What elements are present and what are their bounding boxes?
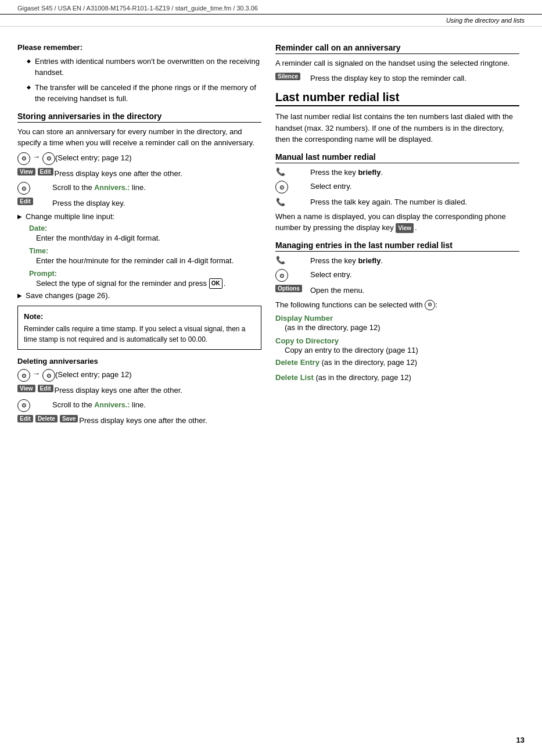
ok-badge: OK xyxy=(209,278,222,289)
tri-icon-2: ▶ xyxy=(17,292,22,299)
manual-step1-text: Press the key briefly. xyxy=(310,167,519,178)
view-badge-2: View xyxy=(17,385,35,392)
nav-icon-2: ⊙ xyxy=(42,152,55,165)
storing-step1-icon: ⊙ → ⊙ xyxy=(17,152,55,165)
managing-step1-text: Press the key briefly. xyxy=(310,255,519,267)
manual-step2-icon: ⊙ xyxy=(275,181,310,194)
options-badge: Options xyxy=(275,285,302,292)
manual-view-desc: When a name is displayed, you can displa… xyxy=(275,211,519,234)
manual-step1-icon: 📞 xyxy=(275,167,310,177)
please-remember-heading: Please remember: xyxy=(17,42,261,53)
page-container: Gigaset S45 / USA EN / A31008-M1754-R101… xyxy=(0,0,542,756)
nav-icon-3: ⊙ xyxy=(17,182,30,195)
deleting-step2: View Edit Press display keys one after t… xyxy=(17,385,261,396)
deleting-step2-text: Press display keys one after the other. xyxy=(55,385,262,396)
annivers-label: Annivers.: xyxy=(94,184,130,192)
note-text: Reminder calls require a time stamp. If … xyxy=(24,324,255,345)
silence-row: Silence Press the display key to stop th… xyxy=(275,73,519,84)
storing-step3: ⊙ Scroll to the Annivers.: line. xyxy=(17,182,261,195)
note-box: Note: Reminder calls require a time stam… xyxy=(17,306,261,350)
page-number: 13 xyxy=(516,736,525,744)
view-badge: View xyxy=(17,168,35,175)
storing-step4: Edit Press the display key. xyxy=(17,198,261,209)
storing-step3-icon: ⊙ xyxy=(17,182,52,195)
fn4-label: Delete List xyxy=(275,373,314,382)
managing-step2: ⊙ Select entry. xyxy=(275,269,519,282)
save-step: ▶ Save changes (page 26). xyxy=(17,291,261,300)
deleting-step1-icon: ⊙ → ⊙ xyxy=(17,369,55,382)
header-left: Gigaset S45 / USA EN / A31008-M1754-R101… xyxy=(17,5,258,12)
fn3-row: Delete Entry (as in the directory, page … xyxy=(275,357,519,368)
delete-badge: Delete xyxy=(35,415,58,422)
save-step-text: Save changes (page 26). xyxy=(26,291,110,300)
time-desc: Enter the hour/minute for the reminder c… xyxy=(29,256,261,266)
fn2-label: Copy to Directory xyxy=(275,336,519,345)
talk-key-icon: 📞 xyxy=(275,167,286,177)
please-remember-item-1: Entries with identical numbers won't be … xyxy=(27,56,261,78)
managing-step1-icon: 📞 xyxy=(275,255,310,266)
fn3-desc: (as in the directory, page 12) xyxy=(322,358,418,367)
nav-icon-7: ⊙ xyxy=(275,181,288,194)
storing-step1-text: (Select entry; page 12) xyxy=(55,152,261,164)
manual-step3-icon: 📞 xyxy=(275,196,310,207)
running-title: Using the directory and lists xyxy=(446,17,525,24)
manual-step2-text: Select entry. xyxy=(310,181,519,192)
last-number-heading: Last number redial list xyxy=(275,91,519,106)
nav-icon-inline: ⊙ xyxy=(425,300,435,310)
fn3-label: Delete Entry xyxy=(275,358,320,367)
deleting-step3-text: Scroll to the Annivers.: line. xyxy=(52,399,261,411)
deleting-step3-icon: ⊙ xyxy=(17,399,52,412)
deleting-heading: Deleting anniversaries xyxy=(17,356,261,367)
please-remember-item-2: The transfer will be canceled if the pho… xyxy=(27,82,261,105)
edit-badge-4: Edit xyxy=(17,415,33,422)
deleting-step2-icon: View Edit xyxy=(17,385,55,392)
arrow-2: → xyxy=(33,369,40,378)
annivers-label-2: Annivers.: xyxy=(94,401,130,409)
date-desc: Enter the month/day in 4-digit format. xyxy=(29,233,261,243)
storing-step4-text: Press the display key. xyxy=(52,198,261,209)
storing-step2-icon: View Edit xyxy=(17,168,55,175)
manual-step1: 📞 Press the key briefly. xyxy=(275,167,519,178)
reminder-heading: Reminder call on an anniversary xyxy=(275,43,519,54)
storing-heading: Storing anniversaries in the directory xyxy=(17,112,261,123)
section-header-bar: Using the directory and lists xyxy=(0,15,542,27)
time-label: Time: xyxy=(29,247,261,255)
edit-badge-3: Edit xyxy=(38,385,53,392)
managing-step2-icon: ⊙ xyxy=(275,269,310,282)
storing-step2: View Edit Press display keys one after t… xyxy=(17,168,261,180)
save-badge: Save xyxy=(60,415,78,422)
talk-key-icon-3: 📞 xyxy=(275,255,286,266)
deleting-step4: Edit Delete Save Press display keys one … xyxy=(17,415,261,427)
page-header: Gigaset S45 / USA EN / A31008-M1754-R101… xyxy=(0,0,542,15)
deleting-step4-text: Press display keys one after the other. xyxy=(79,415,261,427)
storing-step4-icon: Edit xyxy=(17,198,52,205)
prompt-desc: Select the type of signal for the remind… xyxy=(29,278,261,289)
nav-icon-1: ⊙ xyxy=(17,152,30,165)
nav-icon-8: ⊙ xyxy=(275,269,288,282)
storing-fields: Date: Enter the month/day in 4-digit for… xyxy=(17,224,261,289)
storing-desc: You can store an anniversary for every n… xyxy=(17,126,261,149)
storing-step5: ▶ Change multiple line input: xyxy=(17,212,261,221)
silence-text: Press the display key to stop the remind… xyxy=(310,73,519,84)
deleting-step3: ⊙ Scroll to the Annivers.: line. xyxy=(17,399,261,412)
manual-step3: 📞 Press the talk key again. The number i… xyxy=(275,196,519,208)
view-badge-inline: View xyxy=(396,223,414,233)
note-title: Note: xyxy=(24,311,255,323)
deleting-step1: ⊙ → ⊙ (Select entry; page 12) xyxy=(17,369,261,382)
fn1-desc: (as in the directory, page 12) xyxy=(275,323,519,333)
date-label: Date: xyxy=(29,224,261,232)
storing-step3-text: Scroll to the Annivers.: line. xyxy=(52,182,261,194)
edit-badge: Edit xyxy=(38,168,53,175)
prompt-label: Prompt: xyxy=(29,270,261,278)
arrow-1: → xyxy=(33,152,40,161)
fn2-desc: Copy an entry to the directory (page 11) xyxy=(275,345,519,356)
page-footer: 13 xyxy=(516,736,525,744)
left-column: Please remember: Entries with identical … xyxy=(17,36,261,429)
managing-step3-icon: Options xyxy=(275,285,310,292)
fn1-label: Display Number xyxy=(275,314,519,323)
main-content: Please remember: Entries with identical … xyxy=(0,27,542,446)
fn4-desc: (as in the directory, page 12) xyxy=(315,373,411,382)
silence-badge: Silence xyxy=(275,73,300,80)
nav-icon-4: ⊙ xyxy=(17,369,30,382)
tri-icon: ▶ xyxy=(17,213,22,220)
